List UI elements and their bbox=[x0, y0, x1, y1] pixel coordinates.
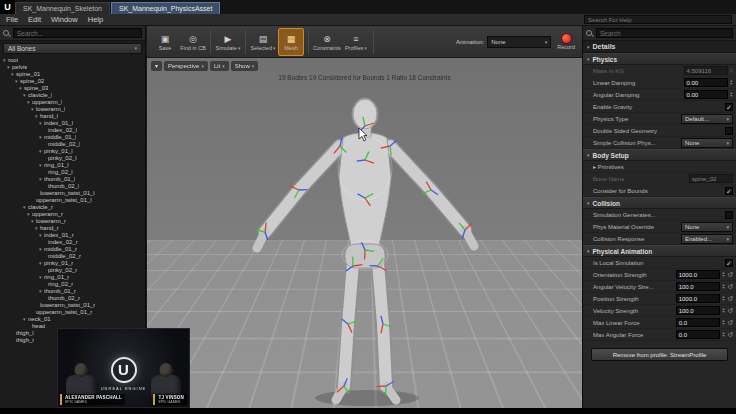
tree-item-lowerarm_twist_01_r[interactable]: lowerarm_twist_01_r bbox=[0, 302, 145, 309]
spinner-arrows-icon[interactable]: ▲▼ bbox=[730, 92, 733, 98]
reset-to-default-icon[interactable]: ↺ bbox=[727, 307, 733, 315]
record-button[interactable]: Record bbox=[557, 33, 575, 50]
tree-item-index_01_r[interactable]: ▾index_01_r bbox=[0, 232, 145, 239]
tree-item-ring_02_l[interactable]: ring_02_l bbox=[0, 169, 145, 176]
reset-to-default-icon[interactable]: ↺ bbox=[727, 295, 733, 303]
asset-tab-physics-asset[interactable]: SK_Mannequin_PhysicsAsset bbox=[111, 2, 220, 14]
tree-item-lowerarm_r[interactable]: ▾lowerarm_r bbox=[0, 218, 145, 225]
tree-item-pinky_01_r[interactable]: ▾pinky_01_r bbox=[0, 260, 145, 267]
bone-filter-dropdown[interactable]: All Bones ▾ bbox=[3, 43, 142, 54]
section-header-physical-animation[interactable]: ▾Physical Animation bbox=[583, 245, 736, 257]
consider-for-bounds-checkbox[interactable]: ✓ bbox=[725, 187, 733, 195]
simulation-generates-checkbox[interactable] bbox=[725, 211, 733, 219]
tree-item-pelvis[interactable]: ▾pelvis bbox=[0, 64, 145, 71]
spinner-arrows-icon[interactable]: ▲▼ bbox=[722, 296, 725, 302]
remove-from-profile-button[interactable]: Remove from profile: StreamProfile bbox=[591, 348, 728, 361]
tree-item-lowerarm_l[interactable]: ▾lowerarm_l bbox=[0, 106, 145, 113]
double-sided-geometry-checkbox[interactable] bbox=[725, 127, 733, 135]
toolbar-button-mesh[interactable]: ▦Mesh bbox=[278, 28, 304, 56]
help-search-input[interactable] bbox=[584, 15, 732, 24]
toolbar-button-save[interactable]: ▣Save bbox=[152, 28, 178, 56]
tree-item-upperarm_twist_01_l[interactable]: upperarm_twist_01_l bbox=[0, 197, 145, 204]
tree-item-upperarm_twist_01_r[interactable]: upperarm_twist_01_r bbox=[0, 309, 145, 316]
tree-item-upperarm_l[interactable]: ▾upperarm_l bbox=[0, 99, 145, 106]
asset-tab-skeleton[interactable]: SK_Mannequin_Skeleton bbox=[15, 2, 110, 14]
bone-name-input[interactable]: spine_02 bbox=[689, 174, 733, 183]
tree-item-index_02_l[interactable]: index_02_l bbox=[0, 127, 145, 134]
menu-window[interactable]: Window bbox=[51, 15, 78, 24]
menu-file[interactable]: File bbox=[6, 15, 18, 24]
position-strength-input[interactable]: 1000.0 bbox=[676, 294, 720, 303]
reset-to-default-icon[interactable]: ↺ bbox=[727, 283, 733, 291]
phys-material-override-dropdown[interactable]: None▾ bbox=[681, 222, 733, 232]
tree-item-middle_01_l[interactable]: ▾middle_01_l bbox=[0, 134, 145, 141]
reset-to-default-icon[interactable]: ↺ bbox=[727, 331, 733, 339]
viewport-chip-menu[interactable]: ▾ bbox=[151, 61, 162, 71]
spinner-arrows-icon[interactable]: ▲▼ bbox=[722, 320, 725, 326]
skeleton-search-input[interactable] bbox=[13, 28, 142, 38]
tree-item-pinky_02_l[interactable]: pinky_02_l bbox=[0, 155, 145, 162]
max-angular-force-input[interactable]: 0.0 bbox=[676, 330, 720, 339]
section-header-body-setup[interactable]: ▾Body Setup bbox=[583, 149, 736, 161]
tree-item-lowerarm_twist_01_l[interactable]: lowerarm_twist_01_l bbox=[0, 190, 145, 197]
spinner-arrows-icon[interactable]: ▲▼ bbox=[722, 284, 725, 290]
tree-item-middle_02_l[interactable]: middle_02_l bbox=[0, 141, 145, 148]
velocity-strength-input[interactable]: 100.0 bbox=[676, 306, 720, 315]
details-search-input[interactable] bbox=[596, 28, 733, 38]
mass-in-kg-input[interactable]: 4.509116 bbox=[684, 66, 728, 75]
section-header-collision[interactable]: ▾Collision bbox=[583, 197, 736, 209]
menu-edit[interactable]: Edit bbox=[28, 15, 41, 24]
linear-damping-input[interactable]: 0.00 bbox=[684, 78, 728, 87]
tree-item-hand_r[interactable]: ▾hand_r bbox=[0, 225, 145, 232]
menu-help[interactable]: Help bbox=[88, 15, 103, 24]
tree-item-clavicle_r[interactable]: ▾clavicle_r bbox=[0, 204, 145, 211]
reset-to-default-icon[interactable]: ↺ bbox=[727, 319, 733, 327]
tree-item-root[interactable]: ▾root bbox=[0, 57, 145, 64]
viewport-chip-lit[interactable]: Lit▾ bbox=[210, 61, 229, 71]
collision-response-dropdown[interactable]: Enabled...▾ bbox=[681, 234, 733, 244]
spinner-arrows-icon[interactable]: ▲▼ bbox=[722, 308, 725, 314]
tree-item-spine_02[interactable]: ▾spine_02 bbox=[0, 78, 145, 85]
tree-item-middle_01_r[interactable]: ▾middle_01_r bbox=[0, 246, 145, 253]
tree-item-thumb_02_l[interactable]: thumb_02_l bbox=[0, 183, 145, 190]
spinner-arrows-icon[interactable]: ▲▼ bbox=[730, 68, 733, 74]
tree-item-spine_01[interactable]: ▾spine_01 bbox=[0, 71, 145, 78]
tree-item-clavicle_l[interactable]: ▾clavicle_l bbox=[0, 92, 145, 99]
viewport-3d[interactable]: ▾Perspective▾Lit▾Show▾ 19 Bodies 19 Cons… bbox=[147, 58, 582, 408]
toolbar-button-find-in-cb[interactable]: ◎Find in CB bbox=[180, 28, 206, 56]
details-tab-label[interactable]: Details bbox=[593, 43, 616, 50]
tree-item-thumb_01_l[interactable]: ▾thumb_01_l bbox=[0, 176, 145, 183]
viewport-chip-show[interactable]: Show▾ bbox=[231, 61, 259, 71]
tree-item-neck_01[interactable]: ▾neck_01 bbox=[0, 316, 145, 323]
animation-select[interactable]: None ▾ bbox=[487, 36, 551, 48]
simple-collision-phys-dropdown[interactable]: None▾ bbox=[681, 138, 733, 148]
tree-item-ring_01_l[interactable]: ▾ring_01_l bbox=[0, 162, 145, 169]
tree-item-pinky_02_r[interactable]: pinky_02_r bbox=[0, 267, 145, 274]
tree-item-hand_l[interactable]: ▾hand_l bbox=[0, 113, 145, 120]
orientation-strength-input[interactable]: 1000.0 bbox=[676, 270, 720, 279]
tree-item-index_02_r[interactable]: index_02_r bbox=[0, 239, 145, 246]
toolbar-button-selected[interactable]: ▤Selected▾ bbox=[250, 28, 276, 56]
spinner-arrows-icon[interactable]: ▲▼ bbox=[722, 332, 725, 338]
tree-item-thumb_01_r[interactable]: ▾thumb_01_r bbox=[0, 288, 145, 295]
max-linear-force-input[interactable]: 0.0 bbox=[676, 318, 720, 327]
tree-item-upperarm_r[interactable]: ▾upperarm_r bbox=[0, 211, 145, 218]
viewport-chip-perspective[interactable]: Perspective▾ bbox=[164, 61, 208, 71]
tree-item-spine_03[interactable]: ▾spine_03 bbox=[0, 85, 145, 92]
is-local-simulation-checkbox[interactable]: ✓ bbox=[725, 259, 733, 267]
tree-item-ring_02_r[interactable]: ring_02_r bbox=[0, 281, 145, 288]
tree-item-ring_01_r[interactable]: ▾ring_01_r bbox=[0, 274, 145, 281]
spinner-arrows-icon[interactable]: ▲▼ bbox=[722, 272, 725, 278]
tree-item-index_01_l[interactable]: ▾index_01_l bbox=[0, 120, 145, 127]
toolbar-button-simulate[interactable]: ▶Simulate▾ bbox=[215, 28, 241, 56]
tree-item-thumb_02_r[interactable]: thumb_02_r bbox=[0, 295, 145, 302]
reset-to-default-icon[interactable]: ↺ bbox=[727, 271, 733, 279]
enable-gravity-checkbox[interactable]: ✓ bbox=[725, 103, 733, 111]
toolbar-button-profiles[interactable]: ≡Profiles▾ bbox=[343, 28, 369, 56]
physics-type-dropdown[interactable]: Default...▾ bbox=[681, 114, 733, 124]
angular-damping-input[interactable]: 0.00 bbox=[684, 90, 728, 99]
tree-item-pinky_01_l[interactable]: ▾pinky_01_l bbox=[0, 148, 145, 155]
toolbar-button-constraints[interactable]: ⊗Constraints bbox=[313, 28, 341, 56]
section-header-physics[interactable]: ▾Physics bbox=[583, 53, 736, 65]
spinner-arrows-icon[interactable]: ▲▼ bbox=[730, 80, 733, 86]
